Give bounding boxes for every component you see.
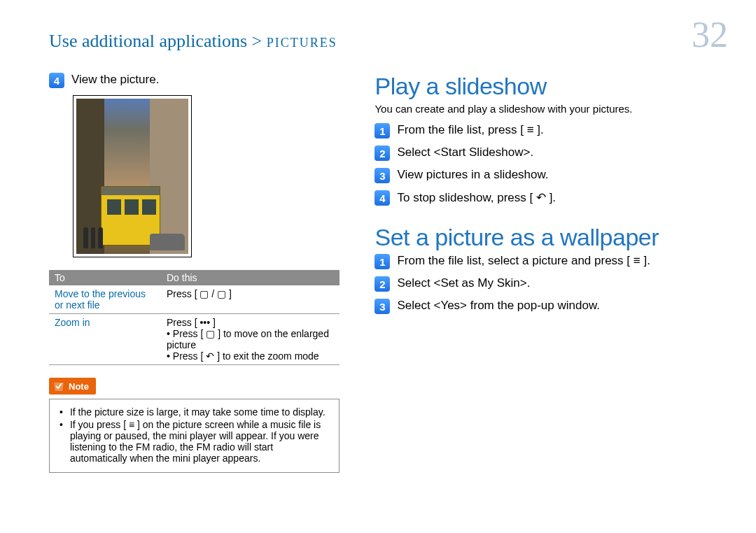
step-4-view-picture: 4 View the picture. (49, 73, 340, 88)
picture-preview-image (76, 99, 188, 254)
breadcrumb-sub: PICTURES (267, 36, 337, 50)
step-text: Select <Start Slideshow>. (397, 145, 533, 159)
row1-instruction: Press [ ▢ / ▢ ] (161, 285, 340, 314)
slideshow-step-2: 2 Select <Start Slideshow>. (374, 145, 728, 161)
step-number-icon: 3 (374, 299, 390, 314)
step-text: To stop slideshow, press [ ↶ ]. (397, 190, 556, 205)
slideshow-intro: You can create and play a slideshow with… (374, 103, 728, 115)
row1-action: Move to the previous or next file (49, 285, 161, 314)
step-text: Select <Set as My Skin>. (397, 276, 530, 290)
step-text: From the file list, press [ ≡ ]. (397, 123, 543, 137)
wallpaper-step-1: 1 From the file list, select a picture a… (374, 254, 728, 269)
right-column: Play a slideshow You can create and play… (374, 73, 728, 473)
table-header-to: To (49, 270, 161, 285)
note-bullet-1: If the picture size is large, it may tak… (70, 406, 326, 418)
breadcrumb-main: Use additional applications > (49, 31, 267, 51)
row2-action: Zoom in (49, 314, 161, 365)
step-number-icon: 3 (374, 168, 390, 183)
breadcrumb: Use additional applications > PICTURES (49, 31, 337, 52)
note-bullet-2: If you press [ ≡ ] on the picture screen… (70, 419, 330, 464)
note-check-icon (52, 379, 66, 393)
section-wallpaper: Set a picture as a wallpaper 1 From the … (374, 224, 728, 314)
step-text: Select <Yes> from the pop-up window. (397, 299, 600, 313)
note-label-text: Note (69, 381, 89, 392)
step-number-icon: 4 (374, 190, 390, 206)
controls-table: To Do this Move to the previous or next … (49, 270, 340, 365)
step-number-icon: 1 (374, 123, 390, 138)
table-header-do: Do this (161, 270, 340, 285)
wallpaper-step-2: 2 Select <Set as My Skin>. (374, 276, 728, 292)
heading-set-wallpaper: Set a picture as a wallpaper (374, 224, 728, 251)
left-column: 4 View the picture. To Do this (49, 73, 340, 473)
slideshow-step-1: 1 From the file list, press [ ≡ ]. (374, 123, 728, 138)
step-number-icon: 2 (374, 145, 390, 161)
row2-line1: Press [ ••• ] (167, 317, 334, 328)
step-number-icon: 1 (374, 254, 390, 269)
page-number: 32 (692, 14, 728, 55)
slideshow-step-3: 3 View pictures in a slideshow. (374, 168, 728, 183)
section-slideshow: Play a slideshow You can create and play… (374, 73, 728, 206)
table-row: Move to the previous or next file Press … (49, 285, 340, 314)
step-number-icon: 4 (49, 73, 64, 88)
note-badge: Note (49, 378, 96, 395)
content-columns: 4 View the picture. To Do this (49, 73, 728, 473)
step-number-icon: 2 (374, 276, 390, 292)
row2-bullet-2: Press [ ↶ ] to exit the zoom mode (167, 350, 334, 362)
page-header: Use additional applications > PICTURES 3… (49, 14, 728, 55)
row2-instruction: Press [ ••• ] Press [ ▢ ] to move on the… (161, 314, 340, 365)
row2-bullet-1: Press [ ▢ ] to move on the enlarged pict… (167, 328, 334, 350)
picture-preview-frame (73, 95, 192, 257)
step-text: View the picture. (71, 73, 159, 87)
note-box: If the picture size is large, it may tak… (49, 399, 340, 473)
wallpaper-step-3: 3 Select <Yes> from the pop-up window. (374, 299, 728, 314)
slideshow-step-4: 4 To stop slideshow, press [ ↶ ]. (374, 190, 728, 206)
heading-play-slideshow: Play a slideshow (374, 73, 728, 100)
table-row: Zoom in Press [ ••• ] Press [ ▢ ] to mov… (49, 314, 340, 365)
step-text: From the file list, select a picture and… (397, 254, 650, 268)
step-text: View pictures in a slideshow. (397, 168, 548, 182)
